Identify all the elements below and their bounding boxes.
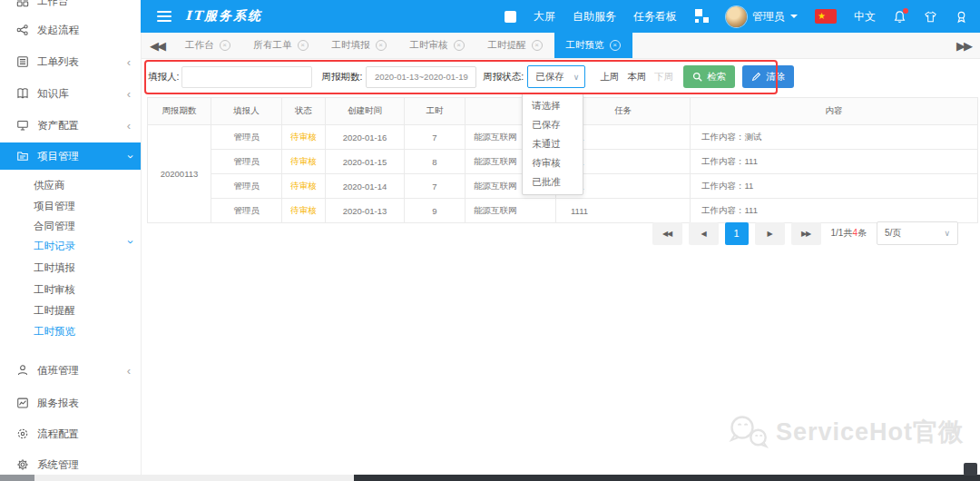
search-icon bbox=[692, 72, 702, 82]
close-icon[interactable]: × bbox=[298, 40, 309, 51]
next-week-link: 下周 bbox=[654, 71, 673, 83]
col-reporter: 填报人 bbox=[211, 98, 282, 125]
filter-bar: 填报人: 周报期数: 周报状态: 已保存 ∨ 请选择 已保存 未通过 待审核 已… bbox=[148, 64, 794, 89]
sidebar-subitem-contract-management[interactable]: 合同管理 bbox=[0, 216, 141, 236]
dropdown-option[interactable]: 未通过 bbox=[523, 134, 583, 153]
sidebar-item-label: 发起流程 bbox=[37, 24, 79, 37]
table-row[interactable]: 管理员 待审核 2020-01-13 9 能源互联网 1111 工作内容：111 bbox=[148, 199, 978, 223]
period-group-cell: 20200113 bbox=[148, 125, 211, 223]
status-dropdown: 请选择 已保存 未通过 待审核 已批准 bbox=[522, 93, 583, 195]
col-content: 内容 bbox=[691, 98, 978, 125]
reporter-input[interactable] bbox=[181, 66, 312, 88]
clear-button[interactable]: 清除 bbox=[742, 65, 794, 88]
sidebar-item-ticket-list[interactable]: 工单列表 ‹ bbox=[0, 50, 141, 74]
tab-bar: ◀◀ 工作台× 所有工单× 工时填报× 工时审核× 工时提醒× 工时预览× ▶▶ bbox=[141, 33, 980, 59]
tab-time-fill[interactable]: 工时填报× bbox=[320, 33, 398, 58]
list-icon bbox=[16, 55, 29, 68]
next-page-button[interactable]: ▶ bbox=[755, 222, 785, 245]
tab-time-reminder[interactable]: 工时提醒× bbox=[476, 33, 554, 58]
bell-icon[interactable] bbox=[893, 10, 906, 24]
nav-task-board[interactable]: 任务看板 bbox=[633, 9, 677, 25]
sidebar-item-label: 知识库 bbox=[37, 87, 69, 101]
close-icon[interactable]: × bbox=[376, 40, 387, 51]
sidebar-item-system-management[interactable]: 系统管理 bbox=[0, 453, 141, 476]
close-icon[interactable]: × bbox=[454, 40, 465, 51]
tab-workbench[interactable]: 工作台× bbox=[173, 33, 242, 58]
last-week-link[interactable]: 上周 bbox=[600, 71, 619, 83]
col-period: 周报期数 bbox=[148, 98, 211, 125]
current-page[interactable]: 1 bbox=[725, 222, 749, 245]
sidebar-subitem-time-reminder[interactable]: 工时提醒 bbox=[0, 300, 141, 320]
close-icon[interactable]: × bbox=[532, 40, 543, 51]
china-flag-icon[interactable]: ★ bbox=[815, 9, 837, 24]
tabs-scroll-right-icon[interactable]: ▶▶ bbox=[947, 39, 980, 53]
dropdown-option[interactable]: 已批准 bbox=[523, 172, 583, 191]
period-range-input[interactable] bbox=[366, 66, 476, 88]
sidebar-item-label: 系统管理 bbox=[37, 458, 79, 472]
sidebar-subitem-time-records[interactable]: 工时记录 ‹ bbox=[0, 236, 141, 256]
avatar bbox=[726, 6, 747, 27]
user-name: 管理员 bbox=[752, 9, 785, 25]
chevron-down-icon: ∨ bbox=[573, 73, 580, 82]
reporter-label: 填报人: bbox=[148, 71, 179, 83]
language-switch[interactable]: 中文 bbox=[854, 9, 876, 25]
taskbar-strip-left bbox=[0, 475, 34, 481]
nav-big-screen[interactable]: 大屏 bbox=[534, 9, 555, 25]
status-badge: 待审核 bbox=[282, 125, 326, 150]
sidebar-item-start-process[interactable]: 发起流程 bbox=[0, 18, 141, 42]
dropdown-option[interactable]: 请选择 bbox=[523, 96, 583, 115]
dropdown-option[interactable]: 已保存 bbox=[523, 115, 583, 134]
col-hours: 工时 bbox=[405, 98, 466, 125]
sidebar-item-service-reports[interactable]: 服务报表 bbox=[0, 391, 141, 415]
tab-all-tickets[interactable]: 所有工单× bbox=[242, 33, 320, 58]
dropdown-option[interactable]: 待审核 bbox=[523, 153, 583, 172]
this-week-link[interactable]: 本周 bbox=[627, 71, 646, 83]
sidebar-item-project-management[interactable]: 项目管理 ‹ bbox=[0, 142, 141, 170]
prev-page-button[interactable]: ◀ bbox=[689, 222, 719, 245]
tiles-apps-icon[interactable] bbox=[694, 9, 709, 24]
status-select[interactable]: 已保存 ∨ 请选择 已保存 未通过 待审核 已批准 bbox=[527, 65, 585, 88]
nav-self-service[interactable]: 自助服务 bbox=[573, 9, 616, 25]
shirt-theme-icon[interactable] bbox=[924, 10, 937, 24]
period-label: 周报期数: bbox=[321, 71, 362, 83]
chevron-left-icon: ‹ bbox=[127, 120, 131, 132]
medal-icon[interactable] bbox=[955, 10, 968, 24]
hamburger-menu-icon[interactable] bbox=[157, 11, 172, 22]
last-page-button[interactable]: ▶▶ bbox=[791, 222, 821, 245]
chevron-down-icon: ∨ bbox=[944, 229, 950, 238]
process-cycle-icon bbox=[16, 427, 29, 440]
search-button[interactable]: 检索 bbox=[683, 65, 735, 88]
sidebar-subitem-time-fill[interactable]: 工时填报 bbox=[0, 258, 141, 278]
col-status: 状态 bbox=[282, 98, 326, 125]
sidebar-item-knowledge-base[interactable]: 知识库 ‹ bbox=[0, 82, 141, 105]
first-page-button[interactable]: ◀◀ bbox=[652, 222, 682, 245]
sidebar-subitem-supplier[interactable]: 供应商 bbox=[0, 175, 141, 195]
sidebar-subitem-time-review[interactable]: 工时审核 bbox=[0, 280, 141, 299]
sidebar-item-process-config[interactable]: 流程配置 bbox=[0, 422, 141, 446]
chevron-down-icon: ‹ bbox=[122, 154, 134, 158]
pagination-info: 1/1共4条 bbox=[828, 227, 870, 240]
sidebar-item-asset-config[interactable]: 资产配置 ‹ bbox=[0, 113, 141, 137]
sidebar-item-label: 项目管理 bbox=[37, 150, 79, 163]
col-created: 创建时间 bbox=[326, 98, 405, 125]
close-icon[interactable]: × bbox=[610, 40, 621, 51]
flow-share-icon bbox=[16, 24, 29, 36]
sidebar-item-label: 服务报表 bbox=[37, 397, 79, 410]
sidebar-item-label: 流程配置 bbox=[37, 427, 79, 441]
sidebar-subitem-project-management[interactable]: 项目管理 bbox=[0, 196, 141, 216]
sidebar-item-workbench[interactable]: 工作台 bbox=[0, 0, 141, 13]
chevron-left-icon: ‹ bbox=[127, 56, 131, 68]
sidebar-item-duty-management[interactable]: 值班管理 ‹ bbox=[0, 358, 141, 382]
fullscreen-icon[interactable] bbox=[505, 11, 516, 23]
wechat-icon bbox=[727, 414, 770, 450]
sidebar-item-label: 工作台 bbox=[37, 0, 69, 8]
user-menu[interactable]: 管理员 bbox=[726, 6, 798, 27]
sidebar-subitem-time-preview[interactable]: 工时预览 bbox=[0, 321, 141, 341]
status-badge: 待审核 bbox=[282, 199, 326, 223]
tab-time-preview[interactable]: 工时预览× bbox=[554, 33, 632, 58]
close-icon[interactable]: × bbox=[220, 40, 230, 51]
chevron-left-icon: ‹ bbox=[127, 88, 131, 100]
tabs-scroll-left-icon[interactable]: ◀◀ bbox=[141, 39, 173, 53]
tab-time-review[interactable]: 工时审核× bbox=[398, 33, 476, 58]
page-size-select[interactable]: 5/页 ∨ bbox=[877, 221, 958, 245]
